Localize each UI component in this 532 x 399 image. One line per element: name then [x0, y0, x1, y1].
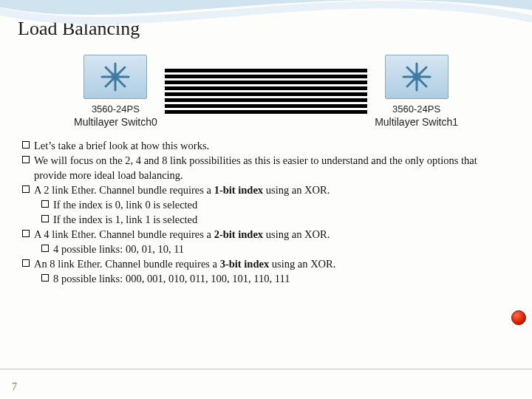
- list-item: A 2 link Ether. Channel bundle requires …: [21, 183, 511, 197]
- link-line: [165, 98, 367, 102]
- list-item: If the index is 1, link 1 is selected: [21, 212, 511, 227]
- switch-icon: [83, 55, 147, 99]
- switch-right-part: 3560-24PS: [392, 103, 440, 115]
- svg-line-5: [106, 67, 115, 77]
- bullet-box-icon: [22, 259, 30, 267]
- link-line: [165, 86, 367, 90]
- list-item: A 4 link Ether. Channel bundle requires …: [21, 227, 511, 242]
- slide: Load Balancing 3: [0, 0, 532, 399]
- bullet-text: We will focus on the 2, 4 and 8 link pos…: [34, 153, 511, 183]
- switch-icon: [385, 55, 449, 99]
- bullet-box-icon: [22, 230, 30, 237]
- bullet-box-icon: [41, 200, 49, 208]
- list-item: 8 possible links: 000, 001, 010, 011, 10…: [21, 271, 511, 286]
- link-line: [165, 110, 367, 114]
- bullet-text: If the index is 0, link 0 is selected: [53, 197, 197, 212]
- list-item: Let’s take a brief look at how this work…: [21, 138, 511, 153]
- bullet-list: Let’s take a brief look at how this work…: [21, 138, 511, 286]
- bullet-text: 8 possible links: 000, 001, 010, 011, 10…: [53, 271, 290, 286]
- list-item: An 8 link Ether. Channel bundle requires…: [21, 256, 511, 271]
- link-line: [165, 104, 367, 108]
- list-item: If the index is 0, link 0 is selected: [21, 197, 511, 212]
- svg-line-6: [115, 67, 125, 77]
- switch-left: 3560-24PS Multilayer Switch0: [74, 55, 157, 128]
- svg-line-14: [407, 67, 417, 77]
- svg-line-15: [417, 67, 426, 77]
- bullet-text: A 2 link Ether. Channel bundle requires …: [34, 183, 330, 197]
- link-line: [165, 92, 367, 96]
- bullet-text: 4 possible links: 00, 01, 10, 11: [53, 242, 184, 256]
- bullet-text: If the index is 1, link 1 is selected: [53, 212, 197, 227]
- page-number: 7: [12, 381, 17, 393]
- svg-line-16: [407, 77, 417, 86]
- svg-line-8: [115, 77, 125, 86]
- etherchannel-diagram: 3560-24PS Multilayer Switch0: [74, 55, 458, 128]
- switch-right-label: Multilayer Switch1: [375, 116, 458, 128]
- bullet-box-icon: [41, 274, 49, 282]
- bullet-text: An 8 link Ether. Channel bundle requires…: [34, 256, 335, 271]
- list-item: 4 possible links: 00, 01, 10, 11: [21, 242, 511, 256]
- link-line: [165, 81, 367, 84]
- bullet-box-icon: [41, 245, 49, 252]
- bullet-box-icon: [22, 156, 30, 163]
- list-item: We will focus on the 2, 4 and 8 link pos…: [21, 153, 511, 183]
- laser-pointer-icon: [511, 310, 526, 325]
- link-line: [165, 69, 367, 72]
- bullet-text: A 4 link Ether. Channel bundle requires …: [34, 227, 330, 242]
- svg-line-7: [106, 77, 115, 86]
- link-line: [165, 75, 367, 78]
- bullet-text: Let’s take a brief look at how this work…: [34, 138, 209, 153]
- bullet-box-icon: [22, 185, 30, 193]
- switch-left-part: 3560-24PS: [92, 103, 140, 115]
- switch-right: 3560-24PS Multilayer Switch1: [375, 55, 458, 128]
- svg-line-17: [417, 77, 426, 86]
- switch-left-label: Multilayer Switch0: [74, 116, 157, 128]
- bullet-box-icon: [41, 215, 49, 222]
- bullet-box-icon: [22, 141, 30, 149]
- link-bundle: [165, 69, 367, 114]
- slide-title: Load Balancing: [18, 18, 511, 40]
- footer-rule: [0, 369, 532, 369]
